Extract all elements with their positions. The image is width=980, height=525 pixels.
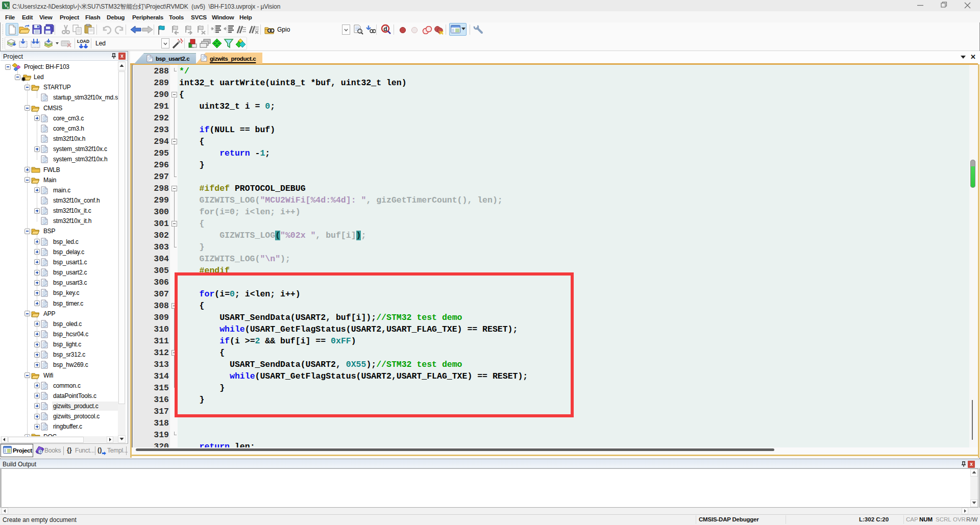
svg-text:?: ? (39, 449, 42, 454)
svg-text:d: d (383, 26, 387, 33)
